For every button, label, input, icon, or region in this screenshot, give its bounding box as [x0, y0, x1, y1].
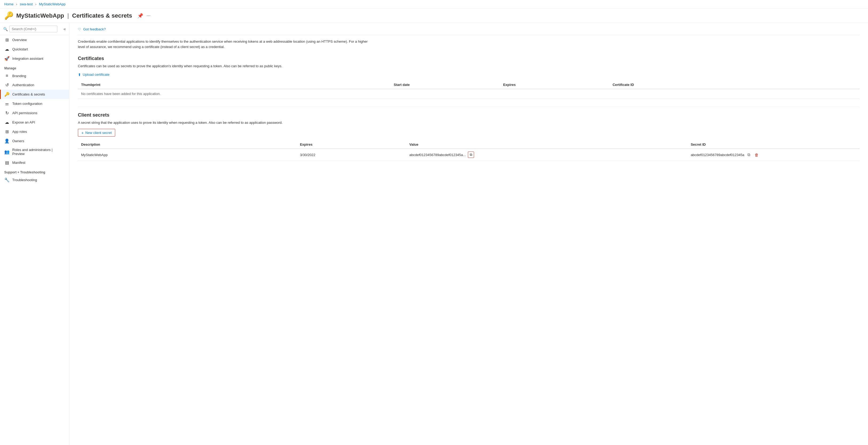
sidebar-item-owners[interactable]: 👤 Owners	[0, 136, 69, 146]
approles-icon: ⊞	[4, 129, 9, 134]
client-secrets-section: Client secrets A secret string that the …	[78, 112, 860, 161]
certificates-table: Thumbprint Start date Expires Certificat…	[78, 81, 860, 99]
feedback-label[interactable]: Got feedback?	[83, 27, 106, 31]
upload-certificate-link[interactable]: ⬆ Upload certificate	[78, 72, 860, 77]
sidebar-item-branding[interactable]: ≡ Branding	[0, 71, 69, 80]
secret-expires-0: 3/30/2022	[297, 149, 406, 161]
certificates-section: Certificates Certificates can be used as…	[78, 56, 860, 99]
support-section-label: Support + Troubleshooting	[0, 167, 69, 175]
quickstart-icon: ☁	[4, 47, 9, 52]
sidebar-item-quickstart[interactable]: ☁ Quickstart	[0, 44, 69, 54]
sidebar: 🔍 « ⊞ Overview ☁ Quickstart 🚀 Integratio…	[0, 23, 69, 445]
col-expires: Expires	[500, 81, 609, 89]
col-secret-id: Secret ID	[687, 140, 860, 149]
certificates-description: Certificates can be used as secrets to p…	[78, 63, 345, 69]
sidebar-label-expose: Expose an API	[12, 120, 35, 124]
sidebar-item-manifest[interactable]: ▤ Manifest	[0, 158, 69, 167]
sidebar-search-row: 🔍 «	[0, 23, 69, 35]
delete-secret-button-0[interactable]: 🗑	[753, 152, 760, 158]
sidebar-label-api: API permissions	[12, 111, 37, 115]
branding-icon: ≡	[4, 73, 9, 78]
new-secret-label: New client secret	[85, 131, 112, 135]
copy-value-button-0[interactable]: ⧉	[468, 151, 474, 158]
page-title-row: 🔑 MyStaticWebApp | Certificates & secret…	[0, 8, 868, 23]
sidebar-item-authentication[interactable]: ↺ Authentication	[0, 80, 69, 90]
search-icon: 🔍	[3, 27, 8, 31]
expose-icon: ☁	[4, 120, 9, 125]
sidebar-item-overview[interactable]: ⊞ Overview	[0, 35, 69, 44]
sidebar-item-certs[interactable]: 🔑 Certificates & secrets	[0, 90, 69, 99]
col-expires: Expires	[297, 140, 406, 149]
feedback-row: ♡ Got feedback?	[78, 27, 860, 35]
sidebar-item-expose[interactable]: ☁ Expose an API	[0, 118, 69, 127]
token-icon: ⚌	[4, 101, 9, 106]
breadcrumb: Home › swa-test › MyStaticWebApp	[0, 0, 868, 8]
client-secrets-title: Client secrets	[78, 112, 860, 118]
sidebar-label-certs: Certificates & secrets	[12, 92, 45, 96]
secret-value-cell-0: abcdef0123456789abcdef012345a... ⧉	[406, 149, 688, 161]
integration-icon: 🚀	[4, 56, 9, 61]
no-certs-message: No certificates have been added for this…	[78, 89, 860, 98]
sidebar-label-branding: Branding	[12, 74, 26, 78]
collapse-button[interactable]: «	[63, 27, 66, 31]
page-title-actions: 📌 ···	[137, 13, 150, 19]
intro-description: Credentials enable confidential applicat…	[78, 39, 371, 49]
sidebar-item-approles[interactable]: ⊞ App roles	[0, 127, 69, 136]
sidebar-item-troubleshooting[interactable]: 🔧 Troubleshooting	[0, 175, 69, 185]
breadcrumb-home[interactable]: Home	[4, 2, 13, 6]
ellipsis-menu[interactable]: ···	[147, 13, 150, 19]
page-title: MyStaticWebApp | Certificates & secrets	[16, 12, 132, 19]
secrets-table: Description Expires Value Secret ID MySt…	[78, 140, 860, 161]
sidebar-label-troubleshooting: Troubleshooting	[12, 178, 37, 182]
manage-section-label: Manage	[0, 63, 69, 71]
api-icon: ↻	[4, 111, 9, 116]
sidebar-label-quickstart: Quickstart	[12, 47, 28, 51]
overview-icon: ⊞	[4, 37, 9, 42]
search-input[interactable]	[9, 26, 57, 32]
app-icon: 🔑	[4, 11, 13, 20]
col-certid: Certificate ID	[609, 81, 860, 89]
manifest-icon: ▤	[4, 160, 9, 165]
sidebar-label-token: Token configuration	[12, 102, 42, 106]
certificates-title: Certificates	[78, 56, 860, 61]
sidebar-item-token[interactable]: ⚌ Token configuration	[0, 99, 69, 108]
sidebar-item-api[interactable]: ↻ API permissions	[0, 108, 69, 118]
secret-description-0: MyStaticWebApp	[78, 149, 297, 161]
col-value: Value	[406, 140, 688, 149]
col-thumbprint: Thumbprint	[78, 81, 391, 89]
sidebar-label-approles: App roles	[12, 130, 27, 134]
sidebar-item-rolesadmin[interactable]: 👥 Roles and administrators | Preview	[0, 146, 69, 158]
new-client-secret-button[interactable]: + New client secret	[78, 129, 115, 137]
client-secrets-description: A secret string that the application use…	[78, 120, 345, 125]
breadcrumb-app[interactable]: MyStaticWebApp	[39, 2, 65, 6]
owners-icon: 👤	[4, 139, 9, 144]
col-startdate: Start date	[391, 81, 500, 89]
pin-icon[interactable]: 📌	[137, 13, 143, 19]
copy-id-button-0[interactable]: ⧉	[746, 152, 751, 158]
heart-icon: ♡	[78, 27, 81, 31]
secret-id-text-0: abcdef0123456789abcdef012345a	[691, 153, 744, 157]
upload-icon: ⬆	[78, 72, 81, 77]
sidebar-item-integration[interactable]: 🚀 Integration assistant	[0, 54, 69, 63]
sidebar-label-integration: Integration assistant	[12, 57, 43, 61]
troubleshooting-icon: 🔧	[4, 177, 9, 182]
plus-icon: +	[81, 130, 84, 135]
secret-id-cell-0: abcdef0123456789abcdef012345a ⧉ 🗑	[687, 149, 860, 161]
authentication-icon: ↺	[4, 83, 9, 88]
rolesadmin-icon: 👥	[4, 149, 9, 154]
sidebar-label-rolesadmin: Roles and administrators | Preview	[12, 148, 65, 156]
certs-icon: 🔑	[4, 92, 9, 97]
sidebar-label-owners: Owners	[12, 139, 24, 143]
secret-value-text-0: abcdef0123456789abcdef012345a...	[409, 153, 466, 157]
sidebar-label-overview: Overview	[12, 38, 27, 42]
sidebar-label-authentication: Authentication	[12, 83, 34, 87]
table-row: MyStaticWebApp 3/30/2022 abcdef012345678…	[78, 149, 860, 161]
content-area: ♡ Got feedback? Credentials enable confi…	[69, 23, 868, 445]
breadcrumb-swa-test[interactable]: swa-test	[20, 2, 33, 6]
sidebar-label-manifest: Manifest	[12, 160, 25, 165]
col-description: Description	[78, 140, 297, 149]
